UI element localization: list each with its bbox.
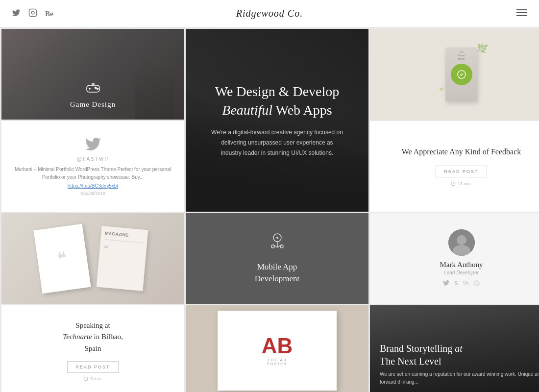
profile-avatar [448, 229, 475, 256]
mobile-app-cell: Mobile App Development [186, 213, 368, 304]
profile-snapchat-icon[interactable]: S [454, 280, 458, 288]
brand-title: Brand Storytelling at The Next Level [380, 342, 539, 368]
svg-rect-0 [29, 9, 37, 16]
behance-link[interactable]: Bē [45, 9, 53, 18]
game-design-title: Game Design [70, 100, 116, 109]
profile-cell: Mark Anthony Lead Developer S Vk [370, 213, 539, 304]
speaking-title: Speaking atTechnarte in Bilbao,Spain [63, 320, 122, 354]
site-header: Bē Ridgewood Co. [0, 0, 539, 27]
profile-whatsapp-icon[interactable] [473, 280, 480, 288]
svg-point-25 [457, 235, 466, 245]
game-design-icon [70, 81, 116, 98]
hero-description: We're a digital-forward creative agency … [211, 127, 343, 158]
game-design-cell: Game Design [1, 29, 184, 120]
speaking-cell: Speaking atTechnarte in Bilbao,Spain REA… [1, 305, 184, 392]
menu-button[interactable] [516, 8, 527, 19]
brand-cell: Brand Storytelling at The Next Level We … [370, 305, 539, 392]
mobile-app-title: Mobile App Development [255, 261, 300, 285]
twitter-link[interactable]: https://t.co/BC3dmj5xbf [68, 183, 118, 189]
svg-point-8 [95, 87, 96, 89]
profile-vk-icon[interactable]: Vk [463, 280, 468, 288]
product-cell: ListAheadBlend 🌿 🍃 [370, 29, 539, 120]
twitter-handle: @FASTWP [77, 156, 109, 162]
magazine-cell: ❝ MAGAZINE ❝ [1, 213, 184, 304]
feedback-read-post-button[interactable]: READ POST [436, 166, 487, 177]
speaking-read-time: 5 min. [83, 376, 102, 381]
svg-point-9 [97, 88, 98, 90]
svg-point-23 [280, 245, 283, 248]
content-grid: Game Design We Design & Develop Beautifu… [0, 27, 539, 392]
twitter-cell: @FASTWP Murbani – Minimal Portfolio Word… [1, 121, 184, 212]
svg-point-21 [276, 237, 278, 239]
profile-twitter-icon[interactable] [443, 280, 449, 288]
brand-description: We are set on earning a reputation for o… [380, 370, 539, 386]
poster-cell: AB THE A3 POSTER [186, 305, 368, 392]
feedback-title: We Appreciate Any Kind of Feedback [402, 147, 521, 157]
speaking-read-post-button[interactable]: READ POST [67, 361, 118, 373]
hero-cell: We Design & Develop Beautiful Web Apps W… [186, 29, 368, 212]
instagram-link[interactable] [28, 8, 37, 19]
hero-heading: We Design & Develop Beautiful Web Apps [211, 82, 343, 120]
twitter-date: Sep/26/2018 [80, 191, 105, 196]
social-links: Bē [12, 8, 53, 19]
twitter-icon [85, 137, 101, 154]
profile-role: Lead Developer [444, 270, 479, 275]
site-logo: Ridgewood Co. [236, 8, 303, 19]
svg-point-22 [271, 245, 274, 248]
feedback-cell: We Appreciate Any Kind of Feedback READ … [370, 121, 539, 212]
twitter-link[interactable] [12, 8, 21, 19]
profile-name: Mark Anthony [440, 261, 483, 269]
twitter-text: Murbani – Minimal Portfolio WordPress Th… [9, 166, 176, 181]
mobile-app-icon [268, 233, 287, 254]
feedback-read-time: 13 min. [451, 181, 472, 186]
profile-social-links: S Vk [443, 280, 480, 288]
